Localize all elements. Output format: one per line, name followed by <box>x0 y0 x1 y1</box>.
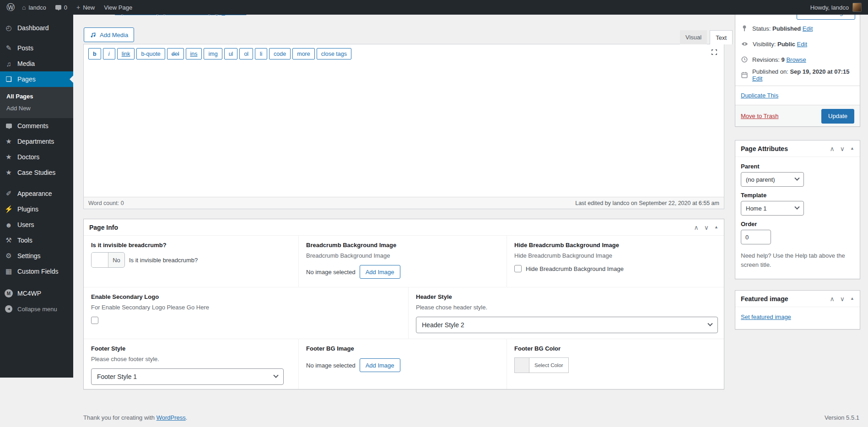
quicktag-del[interactable]: del <box>167 48 184 59</box>
quicktag-li[interactable]: li <box>255 48 267 59</box>
sidebar-item-tools[interactable]: ⚒Tools <box>0 232 73 248</box>
hide-breadcrumb-checkbox[interactable] <box>514 265 522 272</box>
toggle-panel-icon[interactable]: ▲ <box>850 297 854 301</box>
pages-submenu: All Pages Add New <box>0 87 73 118</box>
move-down-icon[interactable]: ∨ <box>704 224 709 231</box>
tab-visual[interactable]: Visual <box>680 30 707 44</box>
add-media-button[interactable]: Add Media <box>84 27 134 42</box>
quicktag-blockquote[interactable]: b-quote <box>136 48 165 59</box>
howdy-text[interactable]: Howdy, landco <box>810 4 849 11</box>
wordpress-link[interactable]: WordPress <box>156 414 186 421</box>
quicktag-link[interactable]: link <box>117 48 135 59</box>
sidebar-item-departments[interactable]: ★Departments <box>0 134 73 149</box>
quicktag-ol[interactable]: ol <box>239 48 253 59</box>
sidebar-item-label: Media <box>17 60 35 67</box>
wordpress-logo-icon[interactable]: Ⓦ <box>4 0 17 15</box>
sidebar-item-case-studies[interactable]: ★Case Studies <box>0 165 73 180</box>
secondary-logo-checkbox[interactable] <box>91 317 98 324</box>
move-up-icon[interactable]: ∧ <box>830 296 835 302</box>
select-color-button[interactable]: Select Color <box>514 357 569 373</box>
field-title: Footer Style <box>91 345 291 352</box>
edit-status-link[interactable]: Edit <box>803 25 813 32</box>
sidebar-item-appearance[interactable]: ✐Appearance <box>0 186 73 201</box>
field-title: Hide Breadcrumb Background Image <box>514 242 717 249</box>
revisions-value: 9 <box>782 56 785 63</box>
page-info-header[interactable]: Page Info ∧ ∨ ▲ <box>84 219 724 236</box>
footer-style-field: Footer Style Please chose footer style. … <box>84 339 298 389</box>
header-style-select[interactable]: Header Style 2 <box>416 317 718 333</box>
duplicate-this-link[interactable]: Duplicate This <box>741 92 778 99</box>
submenu-add-new[interactable]: Add New <box>0 103 73 114</box>
sidebar-item-pages[interactable]: ❏Pages <box>0 71 73 87</box>
collapse-menu-label: Collapse menu <box>17 306 57 313</box>
featured-image-metabox: Featured image ∧ ∨ ▲ Set featured image <box>735 290 860 330</box>
sidebar-item-plugins[interactable]: ⚡Plugins <box>0 201 73 217</box>
site-name-menu[interactable]: ⌂ landco <box>17 0 51 15</box>
tab-text[interactable]: Text <box>710 30 733 44</box>
edit-visibility-link[interactable]: Edit <box>797 41 807 48</box>
posts-icon: ✎ <box>0 44 17 52</box>
add-image-button[interactable]: Add Image <box>360 265 400 279</box>
move-up-icon[interactable]: ∧ <box>830 146 835 152</box>
page-info-row-1: Is it invisible breadcrumb? No Is it inv… <box>84 236 724 287</box>
quicktag-close-tags[interactable]: close tags <box>317 48 351 59</box>
new-menu[interactable]: + New <box>72 0 99 15</box>
metabox-title: Page Attributes <box>741 145 830 152</box>
quicktag-bold[interactable]: b <box>88 48 101 59</box>
sidebar-item-comments[interactable]: Comments <box>0 118 73 134</box>
featured-image-header[interactable]: Featured image ∧ ∨ ▲ <box>735 291 860 307</box>
avatar[interactable] <box>852 3 862 12</box>
toggle-panel-icon[interactable]: ▲ <box>850 146 854 151</box>
sidebar-item-settings[interactable]: ⚙Settings <box>0 248 73 264</box>
sidebar-item-media[interactable]: ♫Media <box>0 56 73 71</box>
page-attributes-header[interactable]: Page Attributes ∧ ∨ ▲ <box>735 141 860 157</box>
toggle-panel-icon[interactable]: ▲ <box>714 225 718 229</box>
browse-revisions-link[interactable]: Browse <box>786 56 806 63</box>
template-select[interactable]: Home 1 <box>741 201 804 216</box>
move-down-icon[interactable]: ∨ <box>840 146 845 152</box>
quicktag-italic[interactable]: i <box>103 48 115 59</box>
order-input[interactable] <box>741 230 771 244</box>
move-to-trash-link[interactable]: Move to Trash <box>741 113 778 119</box>
mc4wp-icon: M <box>0 289 17 297</box>
quicktag-ins[interactable]: ins <box>186 48 202 59</box>
quicktag-code[interactable]: code <box>269 48 291 59</box>
edit-published-link[interactable]: Edit <box>752 75 762 82</box>
editor-textarea[interactable] <box>84 63 724 197</box>
set-featured-image-link[interactable]: Set featured image <box>741 313 791 320</box>
sidebar-item-label: Comments <box>17 122 49 130</box>
published-on-row: Published on: Sep 19, 2020 at 07:15 Edit <box>741 67 854 83</box>
quicktag-ul[interactable]: ul <box>224 48 238 59</box>
parent-select[interactable]: (no parent) <box>741 172 804 187</box>
view-page-menu[interactable]: View Page <box>99 0 137 15</box>
users-icon: ☻ <box>0 221 17 229</box>
award-icon: ★ <box>0 153 17 161</box>
sidebar-item-label: Case Studies <box>17 169 55 176</box>
sidebar-item-posts[interactable]: ✎Posts <box>0 40 73 56</box>
sidebar-item-dashboard[interactable]: ◴Dashboard <box>0 20 73 36</box>
move-up-icon[interactable]: ∧ <box>694 224 699 231</box>
submenu-all-pages[interactable]: All Pages <box>0 91 73 103</box>
metabox-title: Featured image <box>741 295 830 303</box>
quicktag-img[interactable]: img <box>204 48 222 59</box>
award-icon: ★ <box>0 168 17 177</box>
admin-bar-comments[interactable]: 0 <box>51 0 72 15</box>
field-title: Footer BG Color <box>514 345 717 352</box>
fullscreen-icon[interactable] <box>711 49 718 56</box>
no-image-text: No image selected <box>306 269 356 276</box>
breadcrumb-bg-image-field: Breadcrumb Background Image Breadcrumb B… <box>298 236 507 287</box>
new-label: New <box>83 4 95 11</box>
add-image-button[interactable]: Add Image <box>360 358 400 372</box>
move-down-icon[interactable]: ∨ <box>840 296 845 302</box>
sidebar-item-label: Doctors <box>17 153 39 161</box>
update-button[interactable]: Update <box>821 109 854 124</box>
sidebar-item-mc4wp[interactable]: MMC4WP <box>0 286 73 301</box>
quicktag-more[interactable]: more <box>292 48 314 59</box>
invisible-breadcrumb-toggle[interactable]: No <box>91 252 125 268</box>
footer-style-select[interactable]: Footer Style 1 <box>91 368 284 385</box>
sidebar-item-users[interactable]: ☻Users <box>0 217 73 232</box>
sidebar-item-custom-fields[interactable]: ▦Custom Fields <box>0 264 73 279</box>
collapse-menu-button[interactable]: ◀Collapse menu <box>0 301 73 317</box>
comment-count: 0 <box>64 4 67 11</box>
sidebar-item-doctors[interactable]: ★Doctors <box>0 149 73 165</box>
